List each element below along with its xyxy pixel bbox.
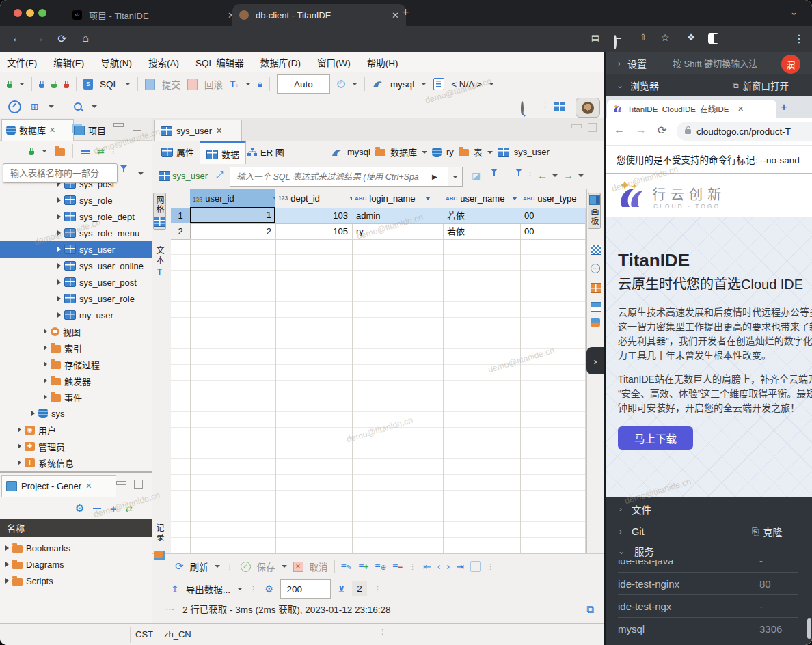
- sql-editor-icon[interactable]: S: [83, 79, 93, 90]
- calc-panel-icon[interactable]: [591, 318, 600, 327]
- maximize-button[interactable]: [133, 122, 141, 131]
- expand-icon[interactable]: [5, 562, 9, 567]
- expand-icon[interactable]: [57, 197, 61, 203]
- refresh-icon[interactable]: ⟳: [175, 560, 184, 573]
- tab-project-general[interactable]: Project - Gener ✕: [1, 475, 116, 497]
- search-dropdown-icon[interactable]: [92, 105, 97, 108]
- sql-dropdown-icon[interactable]: [125, 83, 131, 85]
- active-schema-label[interactable]: < N/A >: [451, 79, 482, 90]
- tab-close-icon[interactable]: ✕: [85, 482, 92, 491]
- expand-icon[interactable]: [57, 230, 61, 236]
- row-number[interactable]: 1: [171, 208, 191, 224]
- export-icon[interactable]: ↥: [171, 584, 179, 594]
- tree-item-table[interactable]: sys_role_dept: [0, 208, 152, 225]
- expand-icon[interactable]: [44, 329, 47, 334]
- output-log-icon[interactable]: ⧉: [586, 603, 594, 616]
- scrollbar-thumb[interactable]: [807, 618, 811, 639]
- sql-filter-input[interactable]: ▶: [230, 167, 455, 187]
- git-clone-button[interactable]: ⎘ 克隆: [752, 525, 782, 538]
- duplicate-row-icon[interactable]: ≡⊕: [375, 561, 386, 572]
- execution-plan-icon[interactable]: ⊞: [31, 101, 39, 112]
- delete-row-icon[interactable]: ≡−: [392, 561, 403, 572]
- export-label[interactable]: 导出数据...: [186, 582, 230, 596]
- expand-icon[interactable]: [57, 279, 61, 285]
- expand-icon[interactable]: [5, 578, 9, 584]
- menu-edit[interactable]: 编辑(E): [53, 55, 84, 69]
- tree-item-table-selected[interactable]: sys_user: [0, 241, 152, 258]
- grid-row-1[interactable]: 1 1 103 admin 若依 00: [171, 208, 586, 223]
- database-list-icon[interactable]: [433, 78, 444, 90]
- expand-icon[interactable]: [57, 247, 61, 252]
- browser-tab-active[interactable]: db-client - TitanIDE ✕: [232, 4, 406, 26]
- service-row[interactable]: ide-test-nginx 80: [606, 572, 812, 595]
- eraser-icon[interactable]: ◪: [472, 170, 481, 181]
- metadata-icon[interactable]: ⋯: [591, 264, 600, 273]
- cell-dept-id[interactable]: 103: [275, 208, 352, 223]
- gear-icon[interactable]: ⚙: [75, 502, 84, 514]
- expand-icon[interactable]: [18, 427, 21, 433]
- breadcrumb-database-label[interactable]: 数据库: [390, 146, 417, 159]
- project-item-scripts[interactable]: Scripts: [0, 573, 152, 589]
- connect-icon[interactable]: [39, 84, 44, 88]
- rollback-icon[interactable]: [187, 79, 198, 90]
- apply-filter-icon[interactable]: ▶: [432, 173, 437, 180]
- edit-row-icon[interactable]: ≡✎: [341, 561, 353, 572]
- expand-icon[interactable]: [44, 394, 47, 400]
- fetch-size-input[interactable]: [280, 579, 331, 599]
- expand-icon[interactable]: [57, 296, 61, 301]
- expand-icon[interactable]: [31, 411, 35, 416]
- cell-dept-id[interactable]: 105: [275, 223, 352, 239]
- expand-icon[interactable]: [44, 345, 47, 351]
- cell-user-name[interactable]: 若依: [443, 223, 520, 239]
- breadcrumb-connection[interactable]: mysql: [347, 147, 370, 157]
- new-tab-button[interactable]: +: [781, 100, 787, 114]
- subtab-data[interactable]: 数据: [200, 141, 246, 165]
- active-connection-label[interactable]: mysql: [390, 79, 414, 90]
- preview-browser-row[interactable]: ⌄ 浏览器 ⧉ 新窗口打开: [606, 74, 812, 96]
- preview-tab[interactable]: TitanIDE_CloudIDE_在线IDE_ ✕: [607, 100, 776, 118]
- new-connection-icon[interactable]: [29, 151, 34, 155]
- breadcrumb-table-label[interactable]: 表: [474, 146, 483, 159]
- tree-item-table[interactable]: sys_user_post: [0, 274, 152, 290]
- column-header-user-name[interactable]: ABC user_name: [443, 189, 526, 208]
- grid-row-2[interactable]: 2 2 105 ry 若依 00: [171, 223, 586, 239]
- bookmark-star-icon[interactable]: ☆: [658, 32, 673, 43]
- commit-icon[interactable]: [145, 79, 155, 90]
- cell-login-name[interactable]: admin: [352, 208, 443, 223]
- service-row[interactable]: mysql 3306: [606, 617, 812, 640]
- cell-user-name[interactable]: 若依: [443, 208, 520, 223]
- back-icon[interactable]: ←: [10, 32, 25, 44]
- table-filter-input[interactable]: [3, 163, 118, 183]
- dbeaver-profile-button[interactable]: [576, 98, 600, 118]
- transaction-mode-icon[interactable]: T↓: [230, 79, 239, 90]
- value-viewer-icon[interactable]: [591, 245, 601, 255]
- nav-forward-icon[interactable]: →: [563, 169, 573, 181]
- tab-close-icon[interactable]: ✕: [49, 126, 55, 135]
- tree-item-triggers[interactable]: 触发器: [0, 372, 152, 389]
- section-services[interactable]: ⌄ 服务: [606, 542, 812, 560]
- tree-item-views[interactable]: 视图: [0, 323, 152, 340]
- tree-item-system-info[interactable]: i系统信息: [0, 454, 152, 471]
- settings-gear-icon[interactable]: ⚙: [265, 583, 273, 595]
- new-connection-dropdown-icon[interactable]: [42, 150, 47, 152]
- tree-item-procedures[interactable]: 存储过程: [0, 356, 152, 372]
- preview-address-bar[interactable]: cloudtogo.cn/product-T: [677, 122, 812, 141]
- column-header-dept-id[interactable]: 123 dept_id: [275, 189, 358, 208]
- forward-icon[interactable]: →: [636, 124, 647, 136]
- search-icon[interactable]: [74, 102, 82, 111]
- forward-icon[interactable]: →: [31, 32, 46, 44]
- expand-icon[interactable]: [18, 443, 21, 449]
- schema-dropdown-icon[interactable]: [489, 83, 494, 85]
- first-page-icon[interactable]: ⇤: [423, 561, 431, 572]
- history-clock-icon[interactable]: 🕘︎: [337, 78, 345, 90]
- save-filter-funnel-icon[interactable]: [491, 169, 498, 184]
- tree-item-users[interactable]: ◉用户: [0, 422, 152, 438]
- reconnect-icon[interactable]: [51, 84, 57, 88]
- breadcrumb-dropdown-icon[interactable]: [422, 151, 427, 154]
- section-git[interactable]: › Git ⎘ 克隆: [606, 521, 812, 542]
- lock-toolbar-icon[interactable]: 🔒︎: [258, 79, 262, 90]
- expand-icon[interactable]: [44, 361, 47, 367]
- prev-page-icon[interactable]: ‹: [437, 561, 441, 572]
- tree-item-table[interactable]: sys_user_online: [0, 258, 152, 274]
- filter-dropdown-icon[interactable]: [138, 172, 144, 175]
